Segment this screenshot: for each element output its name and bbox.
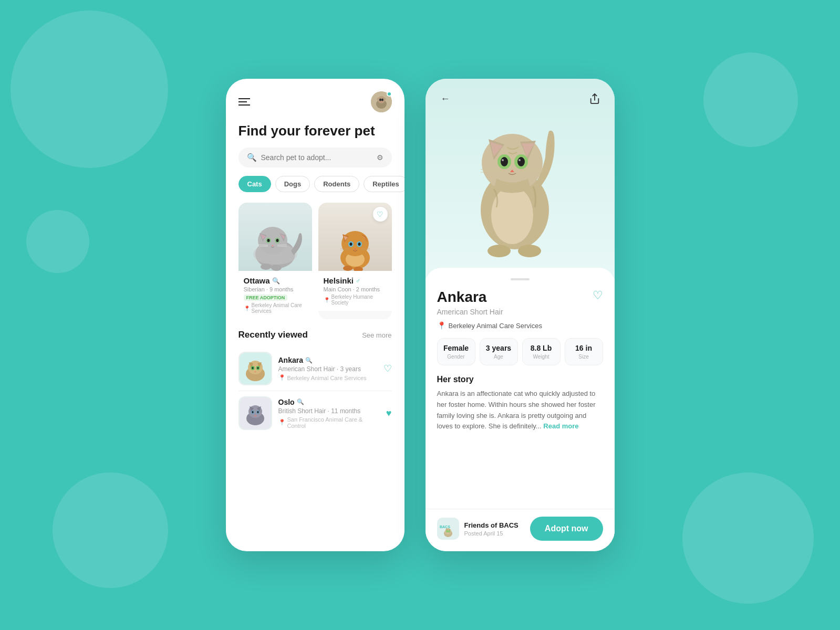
bg-circle-4: [682, 472, 814, 604]
stat-gender-value: Female: [442, 344, 471, 352]
notification-dot: [387, 91, 392, 97]
svg-point-52: [257, 367, 258, 369]
ankara-detail-name: Ankara: [437, 289, 487, 306]
stat-size-label: Size: [569, 354, 598, 360]
oslo-recent-details: Oslo 🔍 British Short Hair · 11 months 📍 …: [278, 398, 380, 429]
recently-viewed-list: Ankara 🔍 American Short Hair · 3 years 📍…: [226, 346, 405, 435]
back-button[interactable]: ←: [436, 89, 455, 108]
drag-handle[interactable]: [511, 278, 530, 280]
location-icon-3: 📍: [278, 374, 286, 381]
pet-card-helsinki[interactable]: ♡: [318, 203, 392, 319]
ottawa-name: Ottawa 🔍: [244, 276, 307, 285]
story-title: Her story: [437, 375, 603, 384]
svg-point-62: [257, 411, 258, 413]
pet-card-ottawa[interactable]: Ottawa 🔍 Siberian · 9 months FREE adopti…: [238, 203, 312, 319]
location-pin-icon: 📍: [244, 306, 250, 311]
svg-point-66: [491, 186, 533, 244]
ankara-detail-location: 📍 Berkeley Animal Care Services: [437, 321, 603, 330]
left-phone-header: [226, 79, 405, 117]
pet-cards-grid: Ottawa 🔍 Siberian · 9 months FREE adopti…: [226, 194, 405, 328]
bg-circle-3: [703, 52, 798, 147]
share-button[interactable]: [585, 89, 604, 108]
bg-circle-5: [26, 210, 89, 273]
svg-point-7: [380, 101, 382, 102]
org-logo: BACS: [437, 518, 459, 540]
recently-viewed-title: Recently viewed: [238, 330, 308, 340]
story-text: Ankara is an affectionate cat who quickl…: [437, 388, 603, 432]
search-bar[interactable]: 🔍 ⚙: [238, 148, 392, 167]
user-avatar[interactable]: [371, 91, 392, 112]
svg-point-5: [379, 99, 381, 101]
detail-name-row: Ankara ♡: [437, 289, 603, 306]
ankara-recent-breed: American Short Hair · 3 years: [278, 365, 377, 373]
stats-grid: Female Gender 3 years Age 8.8 Lb Weight …: [437, 338, 603, 365]
svg-point-17: [267, 239, 269, 242]
org-text: Friends of BACS Posted April 15: [464, 521, 518, 537]
filter-icon[interactable]: ⚙: [377, 153, 383, 162]
see-more-link[interactable]: See more: [362, 331, 391, 339]
detail-panel: Ankara ♡ American Short Hair 📍 Berkeley …: [426, 268, 615, 509]
tab-reptiles[interactable]: Reptiles: [364, 176, 404, 192]
ankara-recent-location: 📍 Berkeley Animal Care Services: [278, 374, 377, 381]
org-posted: Posted April 15: [464, 530, 518, 537]
recent-item-oslo[interactable]: Oslo 🔍 British Short Hair · 11 months 📍 …: [238, 391, 392, 435]
oslo-recent-location: 📍 San Francisco Animal Care & Control: [278, 416, 380, 429]
svg-point-77: [518, 159, 521, 161]
svg-point-61: [252, 411, 253, 413]
svg-point-18: [276, 239, 278, 242]
helsinki-heart[interactable]: ♡: [373, 207, 388, 222]
recently-viewed-header: Recently viewed See more: [226, 328, 405, 346]
ottawa-image: [238, 203, 312, 271]
svg-text:BACS: BACS: [440, 525, 450, 529]
menu-button[interactable]: [238, 98, 250, 106]
bg-circle-1: [11, 10, 168, 168]
favorite-button[interactable]: ♡: [593, 289, 603, 302]
svg-point-28: [341, 231, 369, 256]
ottawa-location: 📍 Berkeley Animal Care Services: [244, 302, 307, 314]
hero-header: ←: [426, 79, 615, 108]
stat-weight-label: Weight: [527, 354, 556, 360]
free-badge: FREE adoption: [244, 295, 288, 301]
ankara-recent-name: Ankara 🔍: [278, 356, 377, 364]
ankara-heart-button[interactable]: ♡: [383, 363, 392, 374]
oslo-heart-button[interactable]: ♥: [386, 408, 392, 419]
stat-gender: Female Gender: [437, 338, 475, 365]
svg-point-36: [358, 243, 360, 246]
phones-container: Find your forever pet 🔍 ⚙ Cats Dogs Rode…: [226, 79, 615, 551]
svg-point-35: [349, 243, 352, 246]
stat-weight: 8.8 Lb Weight: [522, 338, 561, 365]
location-icon-4: 📍: [278, 419, 286, 426]
stat-weight-value: 8.8 Lb: [527, 344, 556, 352]
tab-cats[interactable]: Cats: [238, 176, 271, 192]
helsinki-card-info: Helsinki ♂ Main Coon · 2 months 📍 Berkel…: [318, 271, 392, 311]
ottawa-gender: 🔍: [272, 277, 280, 285]
search-input[interactable]: [261, 153, 372, 162]
svg-point-83: [488, 245, 511, 257]
location-pin-icon-2: 📍: [324, 297, 330, 303]
helsinki-image: ♡: [318, 203, 392, 271]
read-more-link[interactable]: Read more: [543, 422, 578, 430]
stat-size-value: 16 in: [569, 344, 598, 352]
org-info: BACS Friends of BACS Posted April 15: [437, 518, 524, 540]
tab-dogs[interactable]: Dogs: [275, 176, 310, 192]
phone-right: ←: [426, 79, 615, 551]
ottawa-card-info: Ottawa 🔍 Siberian · 9 months FREE adopti…: [238, 271, 312, 319]
ankara-thumb: [238, 352, 272, 385]
oslo-recent-name: Oslo 🔍: [278, 398, 380, 406]
svg-point-84: [518, 245, 541, 257]
helsinki-location: 📍 Berkeley Humane Society: [324, 294, 387, 306]
recent-item-ankara[interactable]: Ankara 🔍 American Short Hair · 3 years 📍…: [238, 346, 392, 391]
adopt-now-button[interactable]: Adopt now: [530, 517, 603, 541]
svg-point-42: [343, 266, 352, 271]
svg-point-25: [271, 265, 282, 271]
ottawa-breed: Siberian · 9 months FREE adoption: [244, 286, 307, 301]
svg-point-24: [261, 264, 271, 270]
stat-age-label: Age: [484, 354, 513, 360]
svg-point-51: [252, 367, 253, 369]
stat-size: 16 in Size: [565, 338, 603, 365]
ankara-hero-image: [452, 94, 588, 262]
tab-rodents[interactable]: Rodents: [314, 176, 359, 192]
svg-point-74: [501, 157, 508, 166]
helsinki-name: Helsinki ♂: [324, 276, 387, 285]
category-tabs: Cats Dogs Rodents Reptiles Birds: [226, 176, 405, 194]
